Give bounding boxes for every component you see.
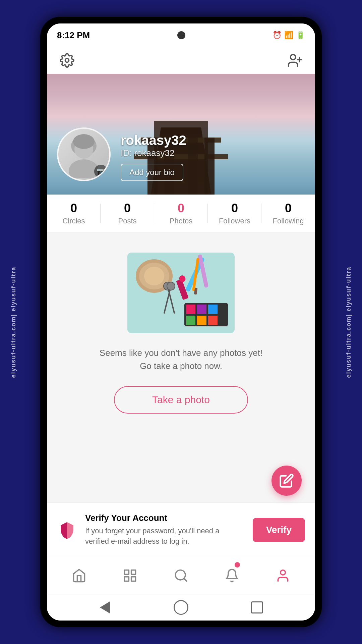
verify-title: Verify Your Account	[85, 513, 245, 523]
recents-icon	[251, 601, 263, 613]
circles-count: 0	[70, 201, 77, 215]
nav-notifications[interactable]	[206, 557, 257, 594]
camera-badge: 📷	[94, 165, 108, 178]
following-count: 0	[285, 201, 292, 215]
add-bio-button[interactable]: Add your bio	[121, 164, 183, 181]
settings-button[interactable]	[57, 50, 77, 70]
search-icon	[174, 568, 188, 583]
verify-icon-wrap	[57, 520, 77, 540]
bell-icon	[225, 568, 239, 583]
nav-home[interactable]	[54, 557, 105, 594]
cosmetics-svg	[127, 253, 235, 333]
alarm-icon: ⏰	[273, 31, 282, 40]
nav-feed[interactable]	[105, 557, 156, 594]
photos-count: 0	[178, 201, 184, 215]
svg-point-13	[73, 134, 95, 149]
svg-point-1	[291, 55, 296, 60]
status-time: 8:12 PM	[57, 30, 90, 41]
makeup-bg	[127, 253, 235, 333]
main-content-wrapper: Seems like you don't have any photos yet…	[47, 232, 315, 557]
bottom-nav	[47, 557, 315, 594]
home-icon-sys	[174, 600, 188, 615]
home-button[interactable]	[173, 599, 189, 616]
svg-point-18	[144, 267, 164, 285]
add-user-icon	[287, 53, 303, 68]
watermark-left: elyusuf-ultra.com| elyusuf-ultra	[0, 0, 27, 644]
svg-rect-23	[186, 316, 195, 325]
verify-description: If you forget your password, you'll need…	[85, 526, 245, 547]
svg-rect-38	[125, 577, 129, 581]
front-camera-dot	[177, 31, 185, 39]
profile-id: ID: rokaasy32	[121, 148, 305, 158]
wifi-icon: 📶	[284, 31, 293, 40]
empty-state-message: Seems like you don't have any photos yet…	[97, 346, 265, 373]
circles-label: Circles	[62, 217, 85, 225]
posts-label: Posts	[118, 217, 136, 225]
add-user-button[interactable]	[285, 50, 305, 70]
followers-count: 0	[231, 201, 238, 215]
svg-rect-21	[197, 305, 206, 314]
top-bar	[47, 47, 315, 74]
svg-rect-36	[125, 570, 129, 574]
svg-rect-22	[208, 305, 218, 314]
profile-banner: 📷 rokaasy32 ID: rokaasy32 Add your bio	[47, 74, 315, 195]
main-content: Seems like you don't have any photos yet…	[47, 232, 315, 502]
svg-rect-39	[131, 577, 136, 581]
feed-icon	[123, 568, 137, 583]
svg-point-0	[65, 59, 69, 62]
svg-point-42	[281, 570, 286, 575]
profile-text: rokaasy32 ID: rokaasy32 Add your bio	[121, 133, 305, 181]
verify-text-wrap: Verify Your Account If you forget your p…	[85, 513, 245, 547]
fab-edit-button[interactable]	[272, 466, 302, 496]
svg-point-31	[167, 282, 175, 290]
take-photo-button[interactable]: Take a photo	[114, 386, 248, 414]
nav-search[interactable]	[156, 557, 206, 594]
gear-icon	[60, 53, 74, 68]
followers-label: Followers	[219, 217, 250, 225]
status-icons: ⏰ 📶 🔋	[273, 31, 305, 40]
photos-label: Photos	[170, 217, 193, 225]
svg-rect-25	[208, 316, 218, 325]
status-bar: 8:12 PM ⏰ 📶 🔋	[47, 23, 315, 47]
battery-icon: 🔋	[296, 31, 305, 40]
profile-username: rokaasy32	[121, 133, 305, 148]
svg-line-41	[184, 578, 187, 581]
phone-screen: 8:12 PM ⏰ 📶 🔋	[47, 23, 315, 621]
shield-icon	[58, 521, 76, 539]
svg-rect-20	[186, 305, 195, 314]
back-button[interactable]	[97, 599, 113, 616]
stat-following[interactable]: 0 Following	[261, 201, 315, 225]
following-label: Following	[273, 217, 304, 225]
edit-icon	[279, 473, 294, 488]
home-icon	[72, 568, 86, 583]
stats-bar: 0 Circles 0 Posts 0 Photos 0 Followers 0…	[47, 195, 315, 232]
recents-button[interactable]	[249, 599, 265, 616]
back-icon	[100, 601, 110, 613]
person-icon	[276, 568, 290, 583]
verify-section: Verify Your Account If you forget your p…	[47, 502, 315, 557]
svg-rect-37	[131, 570, 136, 574]
stat-circles[interactable]: 0 Circles	[47, 201, 101, 225]
verify-button[interactable]: Verify	[253, 518, 305, 542]
avatar[interactable]: 📷	[57, 127, 111, 181]
stat-followers[interactable]: 0 Followers	[208, 201, 261, 225]
makeup-illustration	[127, 253, 235, 333]
watermark-right: elyusuf-ultra.com| elyusuf-ultra	[335, 0, 362, 644]
profile-info-overlay: 📷 rokaasy32 ID: rokaasy32 Add your bio	[47, 127, 315, 188]
phone-frame: 8:12 PM ⏰ 📶 🔋	[40, 17, 322, 627]
stat-posts[interactable]: 0 Posts	[101, 201, 154, 225]
system-nav	[47, 594, 315, 621]
stat-photos[interactable]: 0 Photos	[154, 201, 208, 225]
nav-profile[interactable]	[257, 557, 308, 594]
svg-rect-24	[197, 316, 206, 325]
notification-dot	[235, 562, 240, 568]
posts-count: 0	[124, 201, 131, 215]
